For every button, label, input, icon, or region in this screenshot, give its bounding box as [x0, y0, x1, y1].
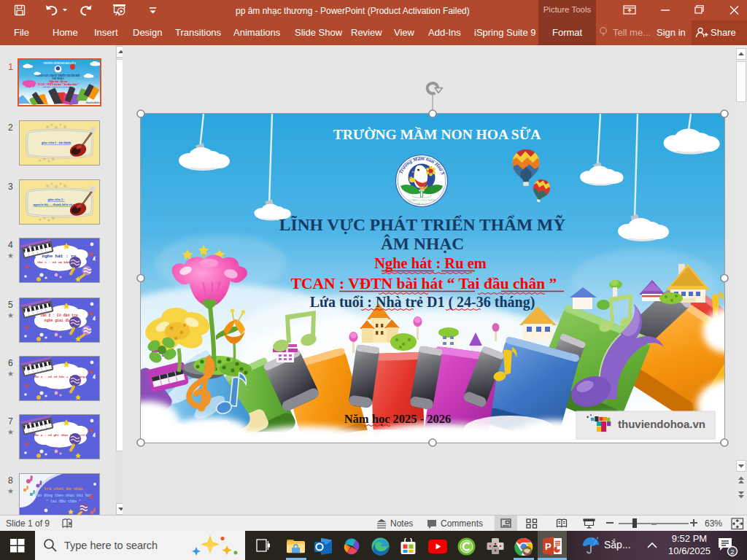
svg-text:“ tai đầu chân ”: “ tai đầu chân ”: [46, 499, 81, 504]
svg-text:giáo viên 2 :: giáo viên 2 :: [47, 198, 65, 201]
svg-text:giáo viên 1 : hà thịnh: giáo viên 1 : hà thịnh: [42, 141, 71, 144]
svg-text:thuviendohoa.vn: thuviendohoa.vn: [86, 101, 100, 104]
svg-text:P: P: [545, 541, 551, 552]
svg-text:Nghe hát : Ru em: Nghe hát : Ru em: [49, 80, 67, 83]
svg-text:2: 2: [730, 548, 734, 556]
svg-text:Lứa tuổi : Nhà trẻ D1 ( 24-36: Lứa tuổi : Nhà trẻ D1 ( 24-36 tháng): [42, 86, 74, 88]
svg-text:vận động theo nhạc bài hát: vận động theo nhạc bài hát: [35, 494, 92, 498]
svg-text:lần 2 : Cô đàn trẻ: lần 2 : Cô đàn trẻ: [40, 314, 78, 317]
svg-text:trò chơi âm nhạc: trò chơi âm nhạc: [44, 486, 83, 491]
svg-text:nghe hát : ru: nghe hát : ru: [42, 254, 77, 259]
